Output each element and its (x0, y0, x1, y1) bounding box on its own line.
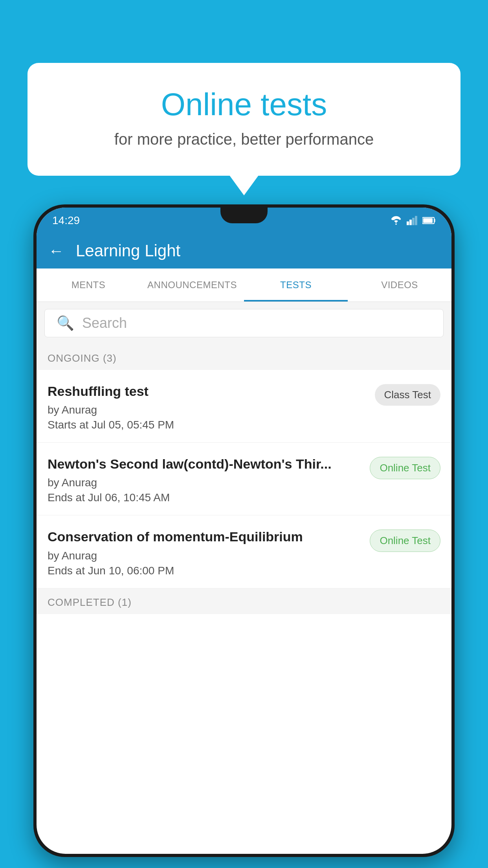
test-info-3: Conservation of momentum-Equilibrium by … (48, 528, 370, 577)
battery-icon (422, 216, 436, 225)
svg-rect-3 (415, 216, 417, 225)
test-time-3: Ends at Jun 10, 06:00 PM (48, 565, 362, 577)
tab-ments[interactable]: MENTS (37, 268, 140, 302)
search-container: 🔍 Search (37, 302, 451, 344)
test-title-1: Reshuffling test (48, 383, 367, 400)
test-item-1[interactable]: Reshuffling test by Anurag Starts at Jul… (37, 370, 451, 443)
phone-screen: 14:29 (37, 208, 451, 854)
tab-announcements[interactable]: ANNOUNCEMENTS (140, 268, 244, 302)
test-author-1: by Anurag (48, 404, 367, 416)
test-title-3: Conservation of momentum-Equilibrium (48, 528, 362, 545)
back-button[interactable]: ← (48, 242, 64, 260)
test-badge-2: Online Test (370, 457, 440, 479)
tabs-container: MENTS ANNOUNCEMENTS TESTS VIDEOS (37, 268, 451, 302)
app-header: ← Learning Light (37, 233, 451, 268)
ongoing-section-header: ONGOING (3) (37, 344, 451, 370)
bubble-title: Online tests (59, 86, 429, 123)
test-title-2: Newton's Second law(contd)-Newton's Thir… (48, 455, 362, 473)
test-info-2: Newton's Second law(contd)-Newton's Thir… (48, 455, 370, 504)
phone-frame: 14:29 (33, 204, 455, 857)
app-title: Learning Light (76, 241, 180, 260)
completed-section-header: COMPLETED (1) (37, 588, 451, 614)
svg-rect-0 (407, 221, 409, 225)
test-list: Reshuffling test by Anurag Starts at Jul… (37, 370, 451, 588)
test-author-3: by Anurag (48, 550, 362, 562)
search-bar[interactable]: 🔍 Search (44, 309, 444, 337)
test-time-1: Starts at Jul 05, 05:45 PM (48, 419, 367, 431)
test-item-2[interactable]: Newton's Second law(contd)-Newton's Thir… (37, 443, 451, 515)
status-time: 14:29 (52, 214, 80, 227)
test-time-2: Ends at Jul 06, 10:45 AM (48, 491, 362, 504)
svg-rect-2 (412, 218, 415, 225)
test-author-2: by Anurag (48, 476, 362, 489)
phone-notch (220, 208, 268, 223)
search-icon: 🔍 (57, 315, 74, 331)
search-placeholder: Search (82, 315, 127, 331)
test-badge-3: Online Test (370, 530, 440, 552)
svg-rect-1 (409, 219, 412, 225)
svg-rect-5 (434, 219, 435, 222)
tab-videos[interactable]: VIDEOS (348, 268, 451, 302)
phone-container: 14:29 (33, 204, 455, 868)
tab-tests[interactable]: TESTS (244, 268, 348, 302)
signal-icon (407, 216, 418, 225)
test-badge-1: Class Test (375, 384, 440, 406)
svg-rect-6 (423, 218, 433, 223)
test-item-3[interactable]: Conservation of momentum-Equilibrium by … (37, 515, 451, 588)
status-icons (390, 216, 436, 225)
test-info-1: Reshuffling test by Anurag Starts at Jul… (48, 383, 375, 431)
speech-bubble: Online tests for more practice, better p… (28, 63, 460, 176)
bubble-subtitle: for more practice, better performance (59, 131, 429, 148)
wifi-icon (390, 216, 402, 225)
